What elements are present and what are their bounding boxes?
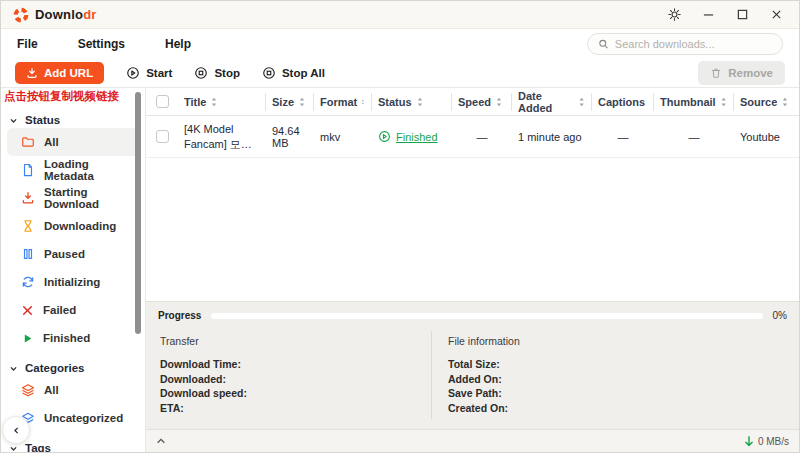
app-window: Downlodr File Settings Help [0, 0, 800, 453]
add-url-button[interactable]: Add URL [15, 62, 104, 84]
transfer-eta: ETA: [160, 401, 421, 416]
start-button[interactable]: Start [126, 66, 172, 80]
transfer-download-speed: Download speed: [160, 386, 421, 401]
progress-value: 0% [773, 310, 787, 321]
row-format: mkv [314, 131, 372, 143]
row-title: [4K Model Fancam] 모델 … [178, 122, 266, 152]
download-icon [26, 67, 38, 79]
window-controls [659, 4, 791, 26]
add-url-label: Add URL [44, 67, 93, 79]
trash-icon [710, 67, 722, 79]
sidebar-item-downloading[interactable]: Downloading [7, 212, 139, 240]
column-header-title[interactable]: Title [178, 93, 266, 111]
sidebar-collapse-button[interactable] [2, 416, 30, 444]
chevron-up-icon[interactable] [156, 437, 166, 445]
pause-icon [21, 247, 35, 261]
app-title-primary: Downlo [35, 7, 83, 22]
x-icon [21, 304, 34, 317]
file-info-created-on: Created On: [448, 401, 789, 416]
column-header-size[interactable]: Size [266, 93, 314, 111]
theme-toggle-icon[interactable] [659, 4, 689, 26]
sidebar-item-label: All [44, 136, 59, 148]
main-content: Title Size Format Status Speed [146, 88, 799, 452]
app-logo-area: Downlodr [13, 7, 97, 23]
chevron-down-icon [9, 364, 18, 373]
section-title: Tags [25, 442, 51, 452]
sidebar-item-failed[interactable]: Failed [7, 296, 139, 324]
column-header-speed[interactable]: Speed [452, 93, 512, 111]
row-status-link[interactable]: Finished [396, 131, 438, 143]
menu-help[interactable]: Help [165, 37, 191, 51]
row-status: Finished [372, 130, 452, 143]
column-header-source[interactable]: Source [734, 93, 799, 111]
close-button[interactable] [761, 4, 791, 26]
sidebar-item-label: Finished [43, 332, 90, 344]
minimize-button[interactable] [693, 4, 723, 26]
row-speed: — [452, 131, 512, 143]
sidebar-item-initializing[interactable]: Initializing [7, 268, 139, 296]
file-icon [21, 163, 35, 177]
stop-all-label: Stop All [282, 67, 325, 79]
table-header: Title Size Format Status Speed [146, 88, 799, 116]
sort-icon [781, 97, 789, 107]
hourglass-icon [21, 219, 35, 233]
row-checkbox[interactable] [156, 130, 169, 143]
sort-icon [361, 97, 365, 107]
stop-all-button[interactable]: Stop All [262, 66, 325, 80]
sort-icon [298, 97, 306, 107]
sidebar-item-all-status[interactable]: All [7, 128, 139, 156]
sort-icon [495, 97, 503, 107]
sidebar-item-label: Initializing [44, 276, 100, 288]
play-icon [21, 332, 34, 345]
stop-label: Stop [214, 67, 240, 79]
column-header-captions[interactable]: Captions [592, 93, 654, 111]
layers-icon [21, 383, 35, 397]
column-header-thumbnail[interactable]: Thumbnail [654, 93, 734, 111]
app-title-accent: dr [83, 7, 96, 22]
sidebar-item-all-categories[interactable]: All [7, 376, 139, 404]
search-input[interactable] [615, 38, 772, 50]
maximize-button[interactable] [727, 4, 757, 26]
remove-button[interactable]: Remove [698, 61, 785, 85]
column-header-format[interactable]: Format [314, 93, 372, 111]
sidebar-section-status[interactable]: Status [9, 114, 137, 126]
search-box[interactable] [587, 33, 783, 55]
sidebar-item-finished[interactable]: Finished [7, 324, 139, 352]
app-title: Downlodr [35, 7, 97, 22]
progress-label: Progress [158, 310, 201, 321]
sidebar-section-tags[interactable]: Tags [9, 442, 137, 452]
progress-row: Progress 0% [146, 302, 799, 325]
chevron-down-icon [9, 116, 18, 125]
sidebar-scrollbar[interactable] [135, 92, 141, 334]
menubar: File Settings Help [1, 29, 799, 59]
transfer-section: Transfer Download Time: Downloaded: Down… [146, 331, 432, 419]
sidebar-section-categories[interactable]: Categories [9, 362, 137, 374]
row-select-cell [146, 130, 178, 143]
file-info-section: File information Total Size: Added On: S… [432, 331, 799, 419]
section-title: Categories [25, 362, 84, 374]
column-header-status[interactable]: Status [372, 93, 452, 111]
sidebar-item-loading-metadata[interactable]: Loading Metadata [7, 156, 139, 184]
table-empty-area [146, 158, 799, 301]
row-captions: — [592, 131, 654, 143]
sidebar-item-label: Paused [44, 248, 85, 260]
remove-label: Remove [728, 67, 773, 79]
stop-all-circle-icon [262, 66, 276, 80]
menu-settings[interactable]: Settings [78, 37, 125, 51]
select-all-cell [146, 93, 178, 111]
sidebar-item-label: Loading Metadata [44, 158, 135, 182]
refresh-icon [21, 275, 35, 289]
sort-icon [210, 97, 218, 107]
sidebar-item-paused[interactable]: Paused [7, 240, 139, 268]
titlebar: Downlodr [1, 1, 799, 29]
select-all-checkbox[interactable] [156, 95, 169, 108]
sidebar-item-starting-download[interactable]: Starting Download [7, 184, 139, 212]
stop-button[interactable]: Stop [194, 66, 240, 80]
network-speed: 0 MB/s [744, 436, 789, 447]
table-row[interactable]: [4K Model Fancam] 모델 … 94.64 MB mkv Fini… [146, 116, 799, 158]
chevron-down-icon [9, 444, 18, 453]
transfer-title: Transfer [160, 335, 421, 347]
file-info-save-path: Save Path: [448, 386, 789, 401]
column-header-date-added[interactable]: Date Added [512, 93, 592, 111]
menu-file[interactable]: File [17, 37, 38, 51]
